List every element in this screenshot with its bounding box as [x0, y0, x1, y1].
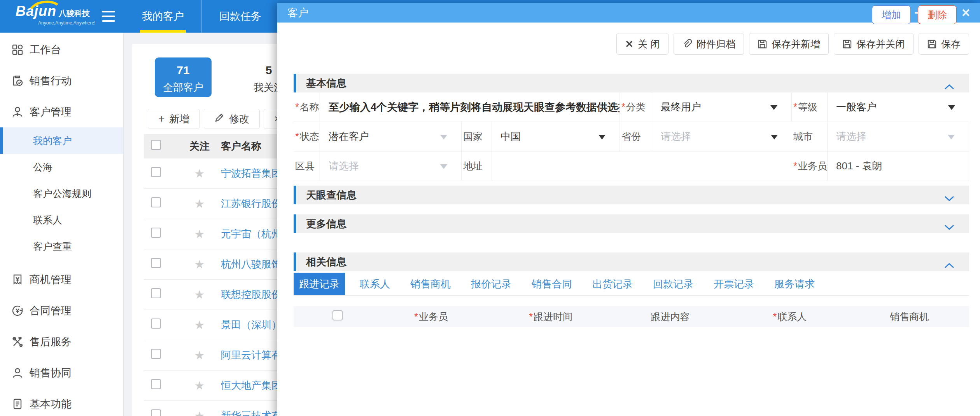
chevron-down-icon [598, 135, 606, 139]
star-icon[interactable]: ★ [194, 379, 205, 392]
stat-value: 71 [155, 64, 212, 77]
star-icon[interactable]: ★ [194, 319, 205, 331]
sidebar-item-public-sea[interactable]: 公海 [0, 154, 123, 180]
row-checkbox[interactable] [151, 167, 161, 177]
row-checkbox[interactable] [151, 258, 161, 268]
sidebar-item-my-customers[interactable]: 我的客户 [0, 127, 123, 154]
section-basic-info[interactable]: 基本信息 [294, 74, 969, 92]
district-select[interactable]: 请选择 [320, 151, 462, 181]
chevron-down-icon [948, 135, 955, 139]
sidebar-item-workbench[interactable]: 工作台 [0, 34, 123, 65]
section-more-info[interactable]: 更多信息 [294, 214, 969, 233]
related-tab[interactable]: 回款记录 [648, 273, 699, 295]
star-icon[interactable]: ★ [194, 409, 205, 416]
brand-logo: Bajun 八骏科技 Anyone,Anytime,Anywhere! [16, 3, 95, 26]
stat-all-customers[interactable]: 71 全部客户 [155, 57, 212, 97]
star-icon[interactable]: ★ [194, 349, 205, 362]
add-record-button[interactable]: 增加 [872, 5, 911, 24]
followup-table-header: 业务员 跟进时间 跟进内容 联系人 销售商机 [294, 306, 969, 327]
delete-record-button[interactable]: 删除 [918, 5, 957, 24]
sidebar-item-contract-management[interactable]: 合同管理 [0, 295, 123, 326]
select-all-checkbox[interactable] [151, 140, 161, 150]
row-checkbox[interactable] [151, 379, 161, 389]
section-tianyancha-info[interactable]: 天眼查信息 [294, 186, 969, 204]
category-select[interactable]: 最终用户 [652, 92, 792, 122]
related-tab[interactable]: 跟进记录 [294, 273, 345, 295]
row-checkbox[interactable] [151, 409, 161, 416]
pencil-icon [214, 113, 224, 125]
related-tab[interactable]: 出货记录 [587, 273, 638, 295]
person-tie-icon [12, 106, 23, 118]
sidebar-item-sales-action[interactable]: 销售行动 [0, 65, 123, 96]
sidebar-item-customer-management[interactable]: 客户管理 [0, 96, 123, 127]
star-icon[interactable]: ★ [194, 228, 205, 240]
section-related-info[interactable]: 相关信息 [294, 252, 969, 271]
city-select[interactable]: 请选择 [828, 122, 969, 151]
add-customer-button[interactable]: + 新增 [148, 109, 200, 129]
row-checkbox[interactable] [151, 349, 161, 359]
chevron-up-icon[interactable] [944, 80, 954, 92]
row-checkbox[interactable] [151, 228, 161, 238]
select-all-checkbox[interactable] [332, 310, 343, 320]
edit-customer-button[interactable]: 修改 [204, 109, 260, 129]
row-checkbox[interactable] [151, 319, 161, 329]
star-icon[interactable]: ★ [194, 167, 205, 180]
related-tab-label: 报价记录 [471, 277, 511, 291]
sidebar-item-after-sales[interactable]: 售后服务 [0, 326, 123, 357]
sidebar-item-opportunity-management[interactable]: 商机管理 [0, 264, 123, 295]
sidebar-item-contacts[interactable]: 联系人 [0, 207, 123, 233]
field-label-name: 名称 [294, 92, 320, 122]
followup-column-header: 跟进内容 [611, 310, 730, 323]
sidebar-item-basic-functions[interactable]: 基本功能 [0, 388, 123, 416]
menu-toggle-icon[interactable] [102, 11, 115, 22]
related-tab[interactable]: 报价记录 [466, 273, 517, 295]
province-select[interactable]: 请选择 [652, 122, 792, 151]
sidebar-item-customer-dedupe[interactable]: 客户查重 [0, 233, 123, 259]
related-tab-label: 销售合同 [532, 277, 572, 291]
related-actions: 增加 删除 [872, 5, 957, 24]
column-follow: 关注 [178, 139, 221, 153]
related-tab[interactable]: 销售商机 [405, 273, 456, 295]
status-select[interactable]: 潜在客户 [320, 122, 462, 151]
section-title: 基本信息 [306, 77, 346, 90]
related-tab[interactable]: 销售合同 [526, 273, 578, 295]
sidebar-item-sales-collaboration[interactable]: 销售协同 [0, 357, 123, 388]
country-select[interactable]: 中国 [492, 122, 620, 151]
row-checkbox[interactable] [151, 288, 161, 298]
related-tab[interactable]: 服务请求 [769, 273, 820, 295]
nav-tabs: 我的客户 回款任务 [124, 0, 279, 33]
related-tab-label: 服务请求 [774, 277, 815, 291]
related-tab[interactable]: 开票记录 [708, 273, 760, 295]
field-label-level: 等级 [792, 92, 828, 122]
address-input[interactable] [492, 151, 792, 181]
chevron-down-icon[interactable] [944, 221, 954, 233]
star-icon[interactable]: ★ [194, 258, 205, 271]
row-checkbox[interactable] [151, 197, 161, 207]
star-icon[interactable]: ★ [194, 197, 205, 210]
plus-icon: + [158, 113, 164, 124]
person-icon [12, 367, 23, 379]
chevron-down-icon [770, 105, 777, 110]
document-icon [12, 398, 23, 410]
related-tab[interactable]: 联系人 [354, 273, 396, 295]
related-tab-label: 跟进记录 [299, 277, 340, 291]
chevron-down-icon[interactable] [944, 192, 954, 204]
nav-tab[interactable]: 回款任务 [202, 0, 279, 33]
customer-name-input[interactable]: 至少输入4个关键字，稍等片刻将自动展现天眼查参考数据供选择，保 [320, 92, 620, 122]
sidebar-item-public-sea-rules[interactable]: 客户公海规则 [0, 180, 123, 207]
related-tab-label: 开票记录 [714, 277, 754, 291]
field-label-city: 城市 [792, 122, 828, 151]
nav-tab[interactable]: 我的客户 [124, 0, 202, 33]
star-icon[interactable]: ★ [194, 288, 205, 301]
sidebar-item-label: 工作台 [30, 43, 61, 57]
salesman-field[interactable]: 801 - 袁朗 [828, 151, 969, 181]
tools-icon [12, 336, 23, 348]
chevron-up-icon[interactable] [944, 259, 954, 271]
related-tab-label: 联系人 [360, 277, 390, 291]
related-tab-label: 销售商机 [410, 277, 451, 291]
sidebar-item-label: 客户管理 [30, 105, 72, 119]
section-title: 相关信息 [306, 255, 346, 269]
level-select[interactable]: 一般客户 [828, 92, 969, 122]
section-title: 天眼查信息 [306, 188, 357, 202]
clipboard-check-icon [12, 75, 23, 87]
